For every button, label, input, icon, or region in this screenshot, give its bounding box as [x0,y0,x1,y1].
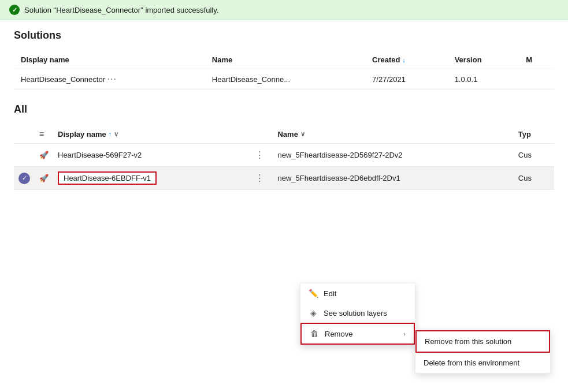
edit-label: Edit [324,289,336,298]
created-sort-icon: ↓ [402,57,406,64]
row2-icon: 🚀 [35,167,53,190]
rocket-icon-2: 🚀 [39,174,49,182]
col-version: Version [448,51,519,69]
context-menu-remove[interactable]: 🗑 Remove › [300,323,415,345]
row1-display-name[interactable]: HeartDisease-569F27-v2 [53,144,247,167]
edit-icon: ✏️ [309,289,318,298]
remove-from-solution-label: Remove from this solution [425,337,511,346]
all-table: ≡ Display name ↑ ∨ Name ∨ [14,125,554,190]
col-m: M [519,51,554,69]
row2-check-cell [14,167,35,190]
row1-dots-cell[interactable]: ⋮ [247,144,273,167]
layers-label: See solution layers [324,309,387,318]
rocket-icon: 🚀 [39,151,49,159]
col-name: Name [205,51,365,69]
col-all-type: Typ [514,125,554,144]
remove-icon: 🗑 [310,329,319,338]
remove-label: Remove [325,330,352,338]
row2-dots-button[interactable]: ⋮ [251,171,268,185]
solution-display-name: HeartDisease_Connector ··· [14,69,205,89]
remove-chevron: › [403,330,406,337]
solution-created: 7/27/2021 [365,69,448,89]
row2-name: new_5Fheartdisease-2D6ebdff-2Dv1 [273,167,513,190]
row2-display-name[interactable]: HeartDisease-6EBDFF-v1 [53,167,247,190]
col-all-name[interactable]: Name ∨ [273,125,513,144]
context-menu-edit[interactable]: ✏️ Edit [300,283,415,303]
col-display-name: Display name [14,51,205,69]
row2-type: Cus [514,167,554,190]
delete-from-environment-label: Delete from this environment [424,359,519,367]
all-table-row-selected: 🚀 HeartDisease-6EBDFF-v1 ⋮ new_5Fheartdi… [14,167,554,190]
col-dots-spacer [247,125,273,144]
col-created: Created ↓ [365,51,448,69]
solutions-section: Solutions Display name Name Created ↓ Ve [14,29,554,89]
all-section: All ≡ Display name ↑ ∨ [14,103,554,190]
row1-type: Cus [514,144,554,167]
col-filter-icon[interactable]: ≡ [35,125,53,144]
solutions-table-row: HeartDisease_Connector ··· HeartDisease_… [14,69,554,89]
main-content: Solutions Display name Name Created ↓ Ve [0,20,568,199]
layers-icon: ◈ [309,308,318,318]
solution-m [519,69,554,89]
sub-menu: Remove from this solution Delete from th… [415,330,551,374]
solutions-table: Display name Name Created ↓ Version M [14,51,554,89]
sub-menu-remove-solution[interactable]: Remove from this solution [415,330,550,353]
success-message: Solution "HeartDisease_Connector" import… [24,6,218,14]
solution-version: 1.0.0.1 [448,69,519,89]
success-banner: Solution "HeartDisease_Connector" import… [0,0,568,20]
col-checkbox [14,125,35,144]
success-icon [9,5,20,15]
all-title: All [14,103,554,115]
row2-selected-box: HeartDisease-6EBDFF-v1 [58,171,157,185]
row1-icon: 🚀 [35,144,53,167]
row2-check-circle [18,173,30,184]
col-all-display-name[interactable]: Display name ↑ ∨ [53,125,247,144]
all-table-row: 🚀 HeartDisease-569F27-v2 ⋮ new_5Fheartdi… [14,144,554,167]
filter-icon: ≡ [39,129,44,139]
context-menu: ✏️ Edit ◈ See solution layers 🗑 Remove › [300,283,415,345]
solutions-title: Solutions [14,29,554,42]
context-menu-layers[interactable]: ◈ See solution layers [300,303,415,323]
display-name-chevron: ∨ [114,130,118,138]
display-name-sort-asc: ↑ [109,130,112,137]
row2-dots-cell[interactable]: ⋮ [247,167,273,190]
row1-checkbox [14,144,35,167]
solution-row-dots[interactable]: ··· [107,74,117,84]
name-chevron: ∨ [300,130,305,138]
row1-dots-button[interactable]: ⋮ [251,148,268,162]
row1-name: new_5Fheartdisease-2D569f27-2Dv2 [273,144,513,167]
sub-menu-delete-environment[interactable]: Delete from this environment [415,353,550,373]
solution-name: HeartDisease_Conne... [205,69,365,89]
